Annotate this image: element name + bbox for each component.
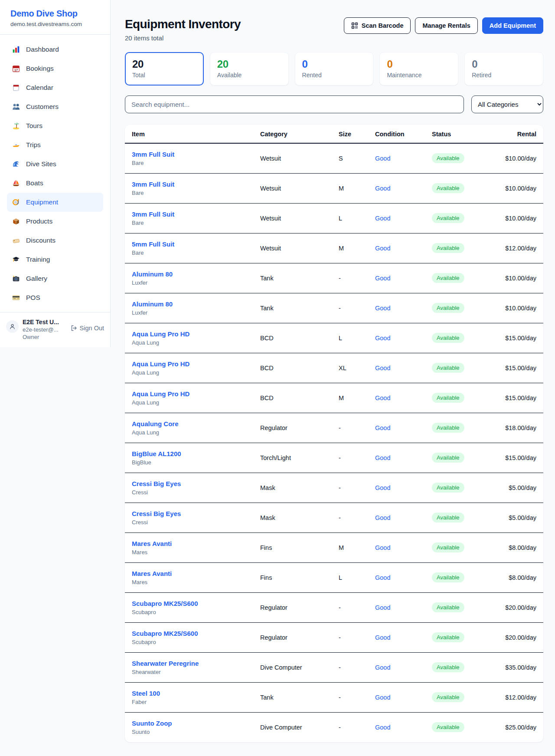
sidebar-item-discounts[interactable]: Discounts: [7, 231, 103, 250]
table-row: Aqua Lung Pro HD Aqua Lung BCD XL Good A…: [125, 353, 543, 383]
condition-link[interactable]: Good: [375, 454, 390, 461]
condition-link[interactable]: Good: [375, 694, 390, 701]
status-cell: Available: [425, 323, 493, 353]
item-name-link[interactable]: Suunto Zoop: [132, 720, 246, 727]
item-name-link[interactable]: 3mm Full Suit: [132, 181, 246, 188]
sidebar-item-products[interactable]: Products: [7, 212, 103, 231]
status-cell: Available: [425, 353, 493, 383]
sidebar-item-dive-sites[interactable]: Dive Sites: [7, 154, 103, 174]
stat-card-retired[interactable]: 0 Retired: [464, 52, 543, 85]
col-header-item: Item: [125, 125, 253, 143]
manage-rentals-button[interactable]: Manage Rentals: [415, 17, 477, 34]
table-row: Scubapro MK25/S600 Scubapro Regulator - …: [125, 592, 543, 622]
sidebar-item-trips[interactable]: Trips: [7, 135, 103, 154]
item-name-link[interactable]: 5mm Full Suit: [132, 240, 246, 248]
size-cell: M: [332, 173, 368, 203]
dive-mask-icon: [12, 198, 20, 206]
condition-link[interactable]: Good: [375, 574, 390, 581]
item-name-link[interactable]: Aqualung Core: [132, 420, 246, 427]
condition-link[interactable]: Good: [375, 185, 390, 192]
stat-card-maintenance[interactable]: 0 Maintenance: [379, 52, 458, 85]
people-icon: [12, 103, 20, 111]
size-cell: -: [332, 652, 368, 682]
condition-link[interactable]: Good: [375, 484, 390, 491]
item-name-link[interactable]: 3mm Full Suit: [132, 210, 246, 218]
category-select[interactable]: All Categories: [471, 95, 543, 113]
item-name-link[interactable]: Aluminum 80: [132, 270, 246, 278]
condition-link[interactable]: Good: [375, 724, 390, 731]
table-row: 3mm Full Suit Bare Wetsuit M Good Availa…: [125, 173, 543, 203]
item-name-link[interactable]: BigBlue AL1200: [132, 450, 246, 457]
sidebar-item-pos[interactable]: POS: [7, 288, 103, 307]
condition-link[interactable]: Good: [375, 365, 390, 371]
category-cell: Dive Computer: [253, 652, 332, 682]
stat-card-available[interactable]: 20 Available: [210, 52, 289, 85]
condition-link[interactable]: Good: [375, 544, 390, 551]
sidebar-item-training[interactable]: Training: [7, 250, 103, 269]
stat-card-rented[interactable]: 0 Rented: [295, 52, 374, 85]
item-name-link[interactable]: Aqua Lung Pro HD: [132, 360, 246, 368]
condition-link[interactable]: Good: [375, 275, 390, 282]
item-name-link[interactable]: Aluminum 80: [132, 300, 246, 308]
status-badge: Available: [432, 213, 464, 223]
add-equipment-button[interactable]: Add Equipment: [482, 17, 543, 34]
item-name-link[interactable]: Scubapro MK25/S600: [132, 600, 246, 607]
tag-icon: [12, 237, 20, 244]
status-cell: Available: [425, 622, 493, 652]
status-badge: Available: [432, 243, 464, 253]
item-name-link[interactable]: Mares Avanti: [132, 540, 246, 547]
sidebar-item-bookings[interactable]: 17 Bookings: [7, 59, 103, 78]
item-name-link[interactable]: Aqua Lung Pro HD: [132, 390, 246, 398]
stat-label: Maintenance: [387, 72, 451, 79]
condition-link[interactable]: Good: [375, 424, 390, 431]
sidebar-item-boats[interactable]: Boats: [7, 174, 103, 193]
item-name-link[interactable]: Cressi Big Eyes: [132, 510, 246, 517]
sidebar-item-dashboard[interactable]: Dashboard: [7, 40, 103, 59]
stat-card-total[interactable]: 20 Total: [125, 52, 204, 85]
table-header: Item Category Size Condition Status Rent…: [125, 125, 543, 143]
scan-barcode-button[interactable]: Scan Barcode: [344, 17, 411, 34]
condition-link[interactable]: Good: [375, 514, 390, 521]
camera-icon: [12, 275, 20, 283]
status-cell: Available: [425, 652, 493, 682]
item-name-link[interactable]: 3mm Full Suit: [132, 151, 246, 158]
item-name-link[interactable]: Cressi Big Eyes: [132, 480, 246, 487]
condition-link[interactable]: Good: [375, 215, 390, 222]
item-name-link[interactable]: Scubapro MK25/S600: [132, 630, 246, 637]
condition-link[interactable]: Good: [375, 245, 390, 252]
condition-cell: Good: [368, 143, 425, 173]
condition-cell: Good: [368, 383, 425, 413]
table-row: 3mm Full Suit Bare Wetsuit S Good Availa…: [125, 143, 543, 173]
stat-label: Rented: [302, 72, 366, 79]
status-cell: Available: [425, 532, 493, 562]
condition-link[interactable]: Good: [375, 335, 390, 342]
status-badge: Available: [432, 722, 464, 732]
equipment-table: Item Category Size Condition Status Rent…: [125, 125, 543, 742]
sidebar-item-gallery[interactable]: Gallery: [7, 269, 103, 288]
item-name-link[interactable]: Mares Avanti: [132, 570, 246, 577]
condition-link[interactable]: Good: [375, 305, 390, 312]
sidebar-item-equipment[interactable]: Equipment: [7, 193, 103, 212]
sidebar-item-calendar[interactable]: Calendar: [7, 78, 103, 97]
sidebar-item-customers[interactable]: Customers: [7, 97, 103, 116]
status-cell: Available: [425, 293, 493, 323]
item-brand: Bare: [132, 190, 246, 196]
search-input[interactable]: [125, 95, 464, 113]
sign-out-button[interactable]: Sign Out: [70, 325, 104, 332]
condition-link[interactable]: Good: [375, 155, 390, 162]
table-body: 3mm Full Suit Bare Wetsuit S Good Availa…: [125, 143, 543, 742]
rental-cell: $8.00/day: [493, 562, 543, 592]
sidebar-item-tours[interactable]: Tours: [7, 116, 103, 135]
condition-link[interactable]: Good: [375, 664, 390, 671]
scan-barcode-label: Scan Barcode: [362, 22, 404, 29]
condition-link[interactable]: Good: [375, 634, 390, 641]
table-row: Aluminum 80 Luxfer Tank - Good Available…: [125, 293, 543, 323]
size-cell: -: [332, 622, 368, 652]
item-cell: Aqua Lung Pro HD Aqua Lung: [125, 353, 253, 383]
item-name-link[interactable]: Shearwater Peregrine: [132, 660, 246, 667]
sidebar-item-label: Products: [26, 217, 52, 225]
item-name-link[interactable]: Steel 100: [132, 690, 246, 697]
condition-link[interactable]: Good: [375, 394, 390, 401]
item-name-link[interactable]: Aqua Lung Pro HD: [132, 330, 246, 338]
condition-link[interactable]: Good: [375, 604, 390, 611]
